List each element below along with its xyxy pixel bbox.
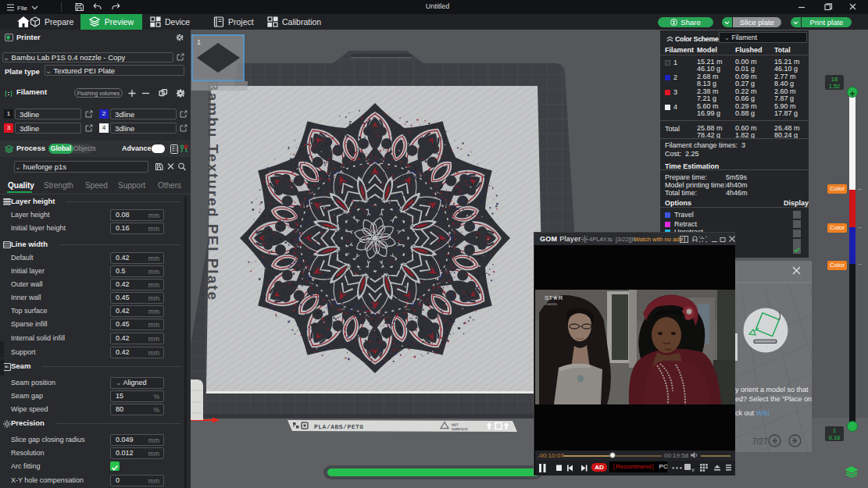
svg-text:File: File	[17, 5, 27, 12]
svg-text:1: 1	[197, 38, 201, 46]
svg-text:PLA/ABS/PETG: PLA/ABS/PETG	[314, 423, 364, 430]
svg-text:SURFACE: SURFACE	[452, 427, 468, 432]
svg-text:Bambu Textured PEI Plate: Bambu Textured PEI Plate	[205, 80, 221, 301]
svg-text:v: v	[691, 466, 695, 472]
